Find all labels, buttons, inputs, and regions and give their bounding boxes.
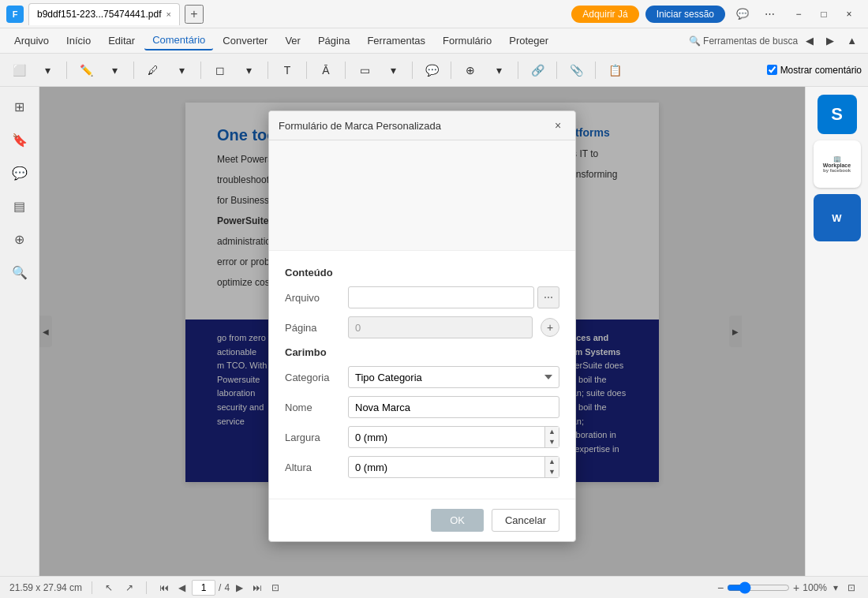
tab-close-btn[interactable]: × — [166, 9, 170, 19]
close-button[interactable]: × — [836, 3, 862, 25]
pagina-label: Página — [285, 322, 340, 334]
largura-increment-btn[interactable]: ▲ — [545, 427, 559, 437]
browse-button[interactable]: ⋯ — [537, 286, 559, 308]
toolbar-dropdown2-btn[interactable]: ▾ — [102, 58, 127, 82]
toolbar-separator-9 — [518, 62, 518, 79]
altura-spinbox[interactable]: ▲ ▼ — [348, 456, 559, 478]
altura-decrement-btn[interactable]: ▼ — [545, 467, 559, 477]
signin-button[interactable]: Iniciar sessão — [645, 6, 725, 23]
right-panel: S 🏢 Workplace by facebook W — [805, 87, 868, 576]
zoom-slider[interactable] — [727, 581, 790, 594]
menu-converter[interactable]: Converter — [215, 32, 275, 50]
categoria-select[interactable]: Tipo Categoria — [348, 366, 559, 388]
toolbar-box-btn[interactable]: ▭ — [352, 58, 377, 82]
cancel-button[interactable]: Cancelar — [492, 509, 559, 532]
toolbar-strikethrough-btn[interactable]: Ā — [313, 58, 339, 82]
modal-close-button[interactable]: × — [550, 118, 566, 133]
largura-input[interactable] — [349, 427, 544, 447]
tools-search[interactable]: 🔍 Ferramentas de busca ◀ ▶ ▲ — [689, 33, 862, 48]
menu-pagina[interactable]: Página — [310, 32, 357, 50]
show-comment-checkbox[interactable] — [767, 65, 777, 75]
more-options-icon[interactable]: ⋯ — [760, 6, 780, 21]
nome-row: Nome — [285, 396, 559, 418]
toolbar-select-btn[interactable]: ⬜ — [6, 58, 32, 82]
toolbar-right: Mostrar comentário — [767, 65, 862, 76]
toolbar: ⬜ ▾ ✏️ ▾ 🖊 ▾ ◻ ▾ T Ā ▭ ▾ 💬 ⊕ ▾ 🔗 📎 📋 Mos… — [0, 54, 868, 87]
ok-button[interactable]: OK — [431, 509, 484, 532]
pagina-add-button[interactable]: + — [541, 318, 559, 337]
modal-footer: OK Cancelar — [269, 499, 575, 541]
menu-proteger[interactable]: Proteger — [501, 32, 556, 50]
toolbar-dropdown6-btn[interactable]: ▾ — [486, 58, 511, 82]
new-tab-button[interactable]: + — [185, 5, 204, 24]
sidebar-search-icon[interactable]: 🔍 — [6, 259, 33, 286]
cursor-tool-btn[interactable]: ↖ — [102, 581, 116, 595]
zoom-in-btn[interactable]: + — [793, 581, 799, 594]
toolbar-note-btn[interactable]: 📋 — [602, 58, 627, 82]
toolbar-separator-4 — [268, 62, 268, 79]
tab-active[interactable]: b9ddf151-223...75474441.pdf × — [28, 3, 180, 25]
largura-label: Largura — [285, 432, 340, 443]
menu-comentario[interactable]: Comentário — [144, 31, 213, 50]
toolbar-text-btn[interactable]: T — [275, 58, 300, 82]
show-comment-label[interactable]: Mostrar comentário — [767, 65, 862, 76]
categoria-label: Categoria — [285, 372, 340, 383]
workplace-text: Workplace — [823, 163, 851, 168]
menu-formulario[interactable]: Formulário — [435, 32, 499, 50]
next-page-btn[interactable]: ▶ — [233, 581, 246, 595]
minimize-button[interactable]: − — [786, 3, 811, 25]
status-sep2 — [146, 581, 147, 594]
nav-back-icon[interactable]: ◀ — [801, 33, 818, 48]
toolbar-attach-btn[interactable]: 📎 — [563, 58, 589, 82]
zoom-level-text: 100% — [803, 582, 827, 593]
toolbar-dropdown1-btn[interactable]: ▾ — [35, 58, 60, 82]
sidebar-pages-icon[interactable]: ⊞ — [6, 93, 33, 120]
chat-icon[interactable]: 💬 — [731, 6, 754, 21]
sidebar-layers-icon[interactable]: ⊕ — [6, 226, 33, 252]
toolbar-dropdown4-btn[interactable]: ▾ — [236, 58, 261, 82]
arquivo-input[interactable] — [348, 286, 534, 308]
prev-page-btn[interactable]: ◀ — [175, 581, 189, 595]
largura-spinbox[interactable]: ▲ ▼ — [348, 426, 559, 448]
menu-editar[interactable]: Editar — [100, 32, 143, 50]
nav-up-icon[interactable]: ▲ — [842, 33, 862, 48]
fit-page-btn[interactable]: ⊡ — [268, 581, 282, 595]
menu-ferramentas[interactable]: Ferramentas — [359, 32, 433, 50]
maximize-button[interactable]: □ — [811, 3, 836, 25]
toolbar-separator-8 — [451, 62, 451, 79]
toolbar-erase-btn[interactable]: ◻ — [208, 58, 233, 82]
nav-forward-icon[interactable]: ▶ — [821, 33, 839, 48]
modal-preview-area — [269, 140, 575, 251]
categoria-row: Categoria Tipo Categoria — [285, 366, 559, 388]
top-bar-right: Adquirir Já Iniciar sessão 💬 ⋯ − □ × — [571, 3, 862, 25]
zoom-dropdown-btn[interactable]: ▾ — [830, 581, 841, 595]
toolbar-separator-5 — [306, 62, 307, 79]
last-page-btn[interactable]: ⏭ — [249, 581, 265, 595]
toolbar-callout-btn[interactable]: 💬 — [419, 58, 444, 82]
largura-decrement-btn[interactable]: ▼ — [545, 437, 559, 447]
sidebar-comments-icon[interactable]: 💬 — [6, 159, 33, 186]
toolbar-edit-btn[interactable]: ✏️ — [73, 58, 99, 82]
acquire-button[interactable]: Adquirir Já — [571, 6, 638, 23]
altura-input[interactable] — [349, 457, 544, 477]
fullscreen-btn[interactable]: ⊡ — [844, 581, 859, 595]
zoom-out-btn[interactable]: − — [717, 581, 724, 594]
toolbar-dropdown5-btn[interactable]: ▾ — [380, 58, 406, 82]
toolbar-dropdown3-btn[interactable]: ▾ — [169, 58, 194, 82]
toolbar-pen-btn[interactable]: 🖊 — [140, 58, 166, 82]
current-page-input[interactable] — [192, 580, 215, 596]
sidebar-bookmarks-icon[interactable]: 🔖 — [6, 126, 33, 153]
pagina-input[interactable] — [348, 316, 533, 338]
menu-arquivo[interactable]: Arquivo — [6, 32, 57, 50]
toolbar-link-btn[interactable]: 🔗 — [525, 58, 550, 82]
sidebar-signatures-icon[interactable]: ▤ — [6, 192, 33, 219]
nome-label: Nome — [285, 402, 340, 413]
altura-increment-btn[interactable]: ▲ — [545, 457, 559, 467]
nome-input[interactable] — [348, 396, 559, 418]
menu-inicio[interactable]: Início — [58, 32, 99, 50]
skype-icon: S — [817, 95, 857, 134]
menu-ver[interactable]: Ver — [277, 32, 309, 50]
select-tool-btn[interactable]: ↗ — [122, 581, 137, 595]
toolbar-stamp-btn[interactable]: ⊕ — [458, 58, 483, 82]
first-page-btn[interactable]: ⏮ — [156, 581, 172, 595]
